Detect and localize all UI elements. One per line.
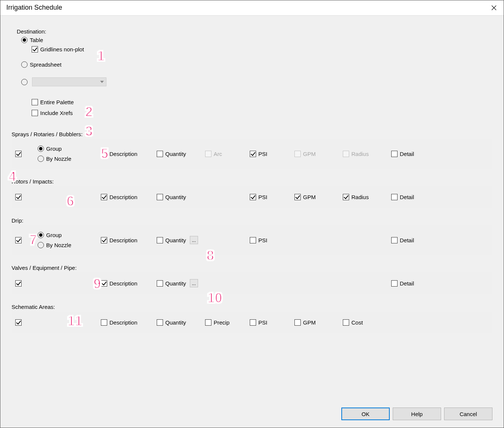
section-valves-title: Valves / Equipment / Pipe: [12,265,492,271]
rotors-description-label: Description [109,194,137,200]
drip-group-radio[interactable] [38,232,44,238]
schematic-precip-checkbox[interactable] [205,319,211,326]
destination-spreadsheet-radio[interactable] [21,61,28,68]
cancel-button[interactable]: Cancel [444,408,492,420]
valves-detail-checkbox[interactable] [391,280,398,287]
schematic-cost-label: Cost [351,319,363,326]
cancel-button-label: Cancel [460,411,477,417]
gridlines-nonplot-label: Gridlines non-plot [40,46,84,52]
section-sprays-title: Sprays / Rotaries / Bubblers: [12,131,492,137]
destination-dropdown[interactable] [32,77,106,86]
sprays-group-radio[interactable] [38,146,44,152]
drip-group-label: Group [46,232,62,238]
section-schematic: Schematic Areas: Description Quantity Pr… [12,304,492,333]
schematic-gpm-label: GPM [303,319,316,326]
sprays-detail-label: Detail [400,151,414,157]
destination-spreadsheet-label: Spreadsheet [30,61,61,68]
sprays-quantity-checkbox[interactable] [157,151,163,157]
valves-detail-label: Detail [400,280,414,287]
schematic-enable-checkbox[interactable] [15,319,22,326]
section-schematic-title: Schematic Areas: [12,304,492,310]
section-valves-row: Description Quantity ... Detail [12,272,492,294]
destination-group: Destination: Table Gridlines non-plot Sp… [12,23,127,121]
sprays-arc-checkbox [205,151,211,157]
rotors-quantity-label: Quantity [165,194,186,200]
destination-label: Destination: [17,28,122,35]
rotors-gpm-checkbox[interactable] [294,194,301,200]
schematic-description-label: Description [109,319,137,326]
rotors-gpm-label: GPM [303,194,316,200]
drip-quantity-more-button[interactable]: ... [190,236,198,244]
close-button[interactable] [487,2,501,14]
section-rotors-row: Description Quantity PSI GPM Radius Deta… [12,186,492,208]
drip-quantity-label: Quantity [165,237,186,243]
schematic-quantity-checkbox[interactable] [157,319,163,326]
gridlines-nonplot-checkbox[interactable] [32,46,38,52]
section-rotors-title: Rotors / Impacts: [12,178,492,185]
section-drip-title: Drip: [12,217,492,224]
drip-bynozzle-radio[interactable] [38,242,44,248]
sprays-description-checkbox[interactable] [101,151,107,157]
destination-table-radio[interactable] [21,37,28,43]
sprays-gpm-label: GPM [303,151,316,157]
help-button[interactable]: Help [393,408,441,420]
rotors-enable-checkbox[interactable] [15,194,22,200]
schematic-cost-checkbox[interactable] [343,319,349,326]
sprays-quantity-label: Quantity [165,151,186,157]
schematic-gpm-checkbox[interactable] [294,319,301,326]
sprays-detail-checkbox[interactable] [391,151,398,157]
dialog-body: Destination: Table Gridlines non-plot Sp… [0,15,504,428]
section-drip: Drip: Group By Nozzle Description Quanti… [12,217,492,255]
drip-quantity-more-label: ... [192,237,196,243]
sprays-group-label: Group [46,146,62,152]
include-xrefs-checkbox[interactable] [32,110,38,116]
drip-quantity-checkbox[interactable] [157,237,163,243]
schematic-precip-label: Precip [214,319,230,326]
entire-palette-label: Entire Palette [40,99,74,105]
schematic-description-checkbox[interactable] [101,319,107,326]
drip-psi-checkbox[interactable] [250,237,256,243]
rotors-detail-label: Detail [400,194,414,200]
sprays-enable-checkbox[interactable] [15,151,22,157]
help-button-label: Help [411,411,423,417]
sprays-psi-checkbox[interactable] [250,151,256,157]
chevron-down-icon [100,81,104,83]
section-rotors: Rotors / Impacts: Description Quantity P… [12,178,492,208]
rotors-radius-checkbox[interactable] [343,194,349,200]
valves-description-checkbox[interactable] [101,280,107,287]
valves-quantity-more-button[interactable]: ... [190,279,198,287]
window-title: Irrigation Schedule [4,4,62,12]
rotors-quantity-checkbox[interactable] [157,194,163,200]
rotors-description-checkbox[interactable] [101,194,107,200]
sprays-radius-checkbox [343,151,349,157]
sprays-bynozzle-label: By Nozzle [46,156,71,162]
valves-description-label: Description [109,280,137,287]
destination-dropdown-radio[interactable] [21,79,28,85]
entire-palette-checkbox[interactable] [32,99,38,105]
sprays-description-label: Description [109,151,137,157]
sprays-arc-label: Arc [214,151,222,157]
drip-description-checkbox[interactable] [101,237,107,243]
close-icon [491,5,497,10]
schematic-psi-checkbox[interactable] [250,319,256,326]
valves-quantity-checkbox[interactable] [157,280,163,287]
ok-button-label: OK [361,411,370,417]
drip-detail-checkbox[interactable] [391,237,398,243]
destination-table-label: Table [30,37,43,43]
ok-button[interactable]: OK [341,408,390,420]
drip-detail-label: Detail [400,237,414,243]
rotors-radius-label: Radius [351,194,369,200]
section-drip-row: Group By Nozzle Description Quantity ...… [12,225,492,255]
drip-psi-label: PSI [258,237,267,243]
section-valves: Valves / Equipment / Pipe: Description Q… [12,265,492,294]
drip-enable-checkbox[interactable] [15,237,22,243]
rotors-psi-checkbox[interactable] [250,194,256,200]
sprays-radius-label: Radius [351,151,369,157]
valves-enable-checkbox[interactable] [15,280,22,287]
sprays-bynozzle-radio[interactable] [38,156,44,162]
section-schematic-row: Description Quantity Precip PSI GPM Cost [12,312,492,333]
section-sprays-row: Group By Nozzle Description Quantity Arc… [12,139,492,169]
rotors-psi-label: PSI [258,194,267,200]
rotors-detail-checkbox[interactable] [391,194,398,200]
sprays-psi-label: PSI [258,151,267,157]
